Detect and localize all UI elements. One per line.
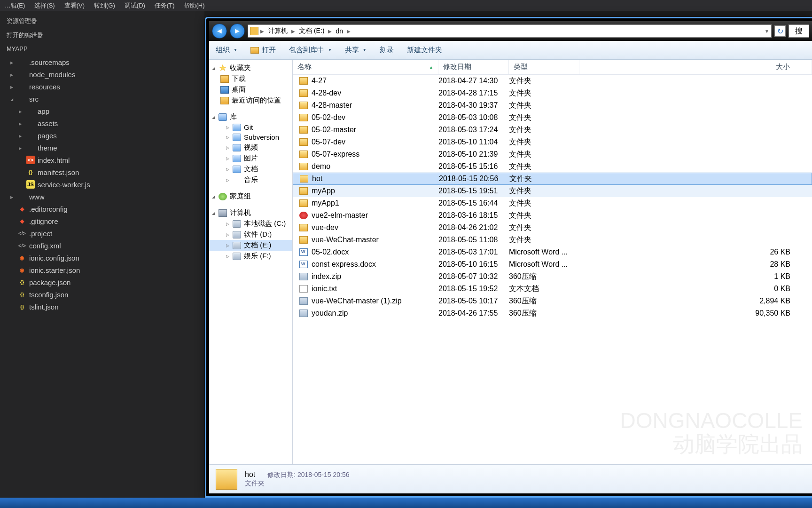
- nav-item[interactable]: ▷软件 (D:): [209, 229, 292, 240]
- tree-item[interactable]: </>config.xml: [0, 239, 204, 252]
- col-size[interactable]: 大小: [579, 60, 812, 74]
- nav-group-head[interactable]: ◢收藏夹: [209, 63, 292, 73]
- ni-home-icon: [219, 193, 227, 200]
- file-row[interactable]: 4-272018-04-27 14:30文件夹: [293, 75, 812, 87]
- file-row[interactable]: ionic.txt2018-05-15 19:52文本文档0 KB: [293, 283, 812, 295]
- nav-item[interactable]: ▷本地磁盘 (C:): [209, 218, 292, 229]
- newfolder-button[interactable]: 新建文件夹: [407, 46, 442, 55]
- menu-item[interactable]: …辑(E): [0, 1, 30, 10]
- address-bar[interactable]: ▶ 计算机 ▶ 文档 (E:) ▶ dn ▶ ▼: [248, 24, 772, 38]
- file-row[interactable]: vue-WeChat-master (1).zip2018-05-05 10:1…: [293, 295, 812, 307]
- tree-item[interactable]: .sourcemaps: [0, 56, 204, 68]
- col-type[interactable]: 类型: [509, 60, 579, 74]
- share-button[interactable]: 共享: [345, 46, 367, 55]
- nav-item[interactable]: ▷Subversion: [209, 132, 292, 142]
- explorer-body: ◢收藏夹下载桌面最近访问的位置◢库▷Git▷Subversion▷视频▷图片▷文…: [209, 60, 812, 464]
- file-row[interactable]: const express.docx2018-05-10 16:15Micros…: [293, 258, 812, 270]
- nav-item[interactable]: ▷文档: [209, 164, 292, 175]
- file-row[interactable]: vue2-elm-master2018-03-16 18:15文件夹: [293, 209, 812, 222]
- menu-item[interactable]: 调试(D): [120, 1, 150, 10]
- tree-item[interactable]: app: [0, 105, 204, 117]
- tree-item[interactable]: {}tsconfig.json: [0, 288, 204, 301]
- nav-item[interactable]: 桌面: [209, 84, 292, 95]
- nav-group-head[interactable]: ◢计算机: [209, 207, 292, 218]
- tree-item[interactable]: pages: [0, 129, 204, 142]
- back-button[interactable]: ◄: [212, 24, 227, 39]
- search-box[interactable]: 搜: [789, 24, 809, 38]
- doc-icon: [299, 261, 308, 268]
- tree-item[interactable]: <>index.html: [0, 154, 204, 166]
- tree-item[interactable]: node_modules: [0, 68, 204, 80]
- tree-item[interactable]: assets: [0, 117, 204, 129]
- open-editors-head[interactable]: 打开的编辑器: [0, 28, 204, 42]
- tree-item[interactable]: www: [0, 190, 204, 203]
- nav-group-head[interactable]: ◢库: [209, 111, 292, 122]
- file-row[interactable]: 05-07-express2018-05-10 21:39文件夹: [293, 148, 812, 160]
- col-date[interactable]: 修改日期: [438, 60, 509, 74]
- file-row[interactable]: hot2018-05-15 20:56文件夹: [293, 173, 812, 185]
- details-name: hot: [245, 470, 255, 478]
- nav-item[interactable]: ▷视频: [209, 142, 292, 153]
- file-row[interactable]: demo2018-05-15 15:16文件夹: [293, 160, 812, 173]
- tree-item[interactable]: </>.project: [0, 227, 204, 239]
- file-row[interactable]: 05-07-dev2018-05-10 11:04文件夹: [293, 136, 812, 148]
- folder-icon: [299, 224, 308, 231]
- nav-item[interactable]: ▷娱乐 (F:): [209, 251, 292, 262]
- breadcrumb-item[interactable]: dn: [332, 27, 347, 35]
- nav-item[interactable]: ▷图片: [209, 153, 292, 164]
- nav-item[interactable]: ▷文档 (E:): [209, 240, 292, 251]
- tree-item[interactable]: theme: [0, 142, 204, 154]
- open-button[interactable]: 打开: [250, 46, 276, 55]
- tree-item[interactable]: ◉ionic.starter.json: [0, 264, 204, 276]
- nav-item[interactable]: ▷Git: [209, 122, 292, 132]
- tree-item[interactable]: {}manifest.json: [0, 166, 204, 178]
- project-head[interactable]: MYAPP: [0, 42, 204, 55]
- nav-item[interactable]: ▷音乐: [209, 175, 292, 185]
- file-row[interactable]: vue-WeChat-master2018-05-05 11:08文件夹: [293, 234, 812, 246]
- file-row[interactable]: myApp2018-05-15 19:51文件夹: [293, 185, 812, 197]
- menu-item[interactable]: 任务(T): [150, 1, 180, 10]
- include-button[interactable]: 包含到库中: [289, 46, 332, 55]
- tree-item[interactable]: ◆.editorconfig: [0, 203, 204, 215]
- file-row[interactable]: index.zip2018-05-07 10:32360压缩1 KB: [293, 270, 812, 283]
- zip-icon: [299, 273, 308, 280]
- organize-button[interactable]: 组织: [216, 46, 237, 55]
- nav-group-head[interactable]: ◢家庭组: [209, 191, 292, 202]
- txt-icon: [299, 285, 308, 293]
- forward-button[interactable]: ►: [230, 24, 245, 39]
- menu-item[interactable]: 选择(S): [30, 1, 59, 10]
- menu-item[interactable]: 转到(G): [89, 1, 120, 10]
- file-row[interactable]: vue-dev2018-04-26 21:02文件夹: [293, 222, 812, 234]
- breadcrumb-item[interactable]: 计算机: [264, 27, 291, 35]
- tree-item[interactable]: ◆.gitignore: [0, 215, 204, 227]
- file-row[interactable]: 4-28-master2018-04-30 19:37文件夹: [293, 99, 812, 111]
- file-row[interactable]: youdan.zip2018-04-26 17:55360压缩90,350 KB: [293, 307, 812, 319]
- sort-indicator: ▲: [429, 65, 433, 70]
- nav-item[interactable]: 最近访问的位置: [209, 95, 292, 106]
- tree-item[interactable]: src: [0, 93, 204, 105]
- tree-item[interactable]: ◉ionic.config.json: [0, 252, 204, 264]
- nav-item[interactable]: 下载: [209, 73, 292, 84]
- tree-item[interactable]: JSservice-worker.js: [0, 178, 204, 190]
- burn-button[interactable]: 刻录: [380, 46, 394, 55]
- file-row[interactable]: 05-02-master2018-05-03 17:24文件夹: [293, 124, 812, 136]
- folder-icon: [299, 163, 308, 170]
- tree-item[interactable]: {}package.json: [0, 276, 204, 288]
- file-row[interactable]: 4-28-dev2018-04-28 17:15文件夹: [293, 87, 812, 99]
- col-name[interactable]: 名称▲: [293, 60, 438, 74]
- taskbar[interactable]: [0, 498, 812, 508]
- breadcrumb-item[interactable]: 文档 (E:): [295, 27, 328, 35]
- html-icon: <>: [26, 156, 35, 164]
- warn-icon: [299, 212, 308, 219]
- file-row[interactable]: 05-02.docx2018-05-03 17:01Microsoft Word…: [293, 246, 812, 258]
- nav-icon: [233, 155, 241, 162]
- tree-item[interactable]: resources: [0, 80, 204, 93]
- xml-icon: </>: [18, 229, 26, 238]
- tree-item[interactable]: {}tslint.json: [0, 301, 204, 313]
- menu-item[interactable]: 查看(V): [60, 1, 89, 10]
- file-row[interactable]: myApp12018-05-15 16:44文件夹: [293, 197, 812, 209]
- folder-icon: [26, 107, 35, 115]
- refresh-button[interactable]: ↻: [774, 25, 786, 37]
- file-row[interactable]: 05-02-dev2018-05-03 10:08文件夹: [293, 111, 812, 124]
- menu-item[interactable]: 帮助(H): [179, 1, 209, 10]
